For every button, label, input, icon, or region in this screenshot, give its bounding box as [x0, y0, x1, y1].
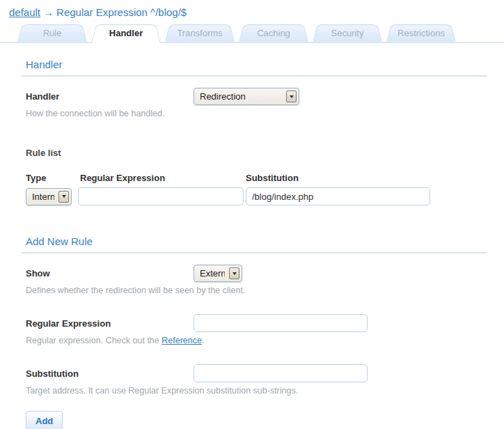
substitution-field-label: Substitution: [26, 368, 194, 379]
handler-section: Handler Handler Redirection How the conn…: [0, 58, 504, 205]
tab-label: Handler: [91, 24, 161, 42]
substitution-field-help: Target address. It can use Regular Expre…: [26, 386, 478, 396]
dropdown-arrow-icon[interactable]: [286, 91, 297, 102]
handler-field-row: Handler Redirection How the connection w…: [26, 88, 478, 118]
section-divider: [21, 252, 487, 254]
breadcrumb: default→Regular Expression ^/blog/$: [0, 0, 504, 18]
tab-rule[interactable]: Rule: [17, 24, 87, 42]
handler-field-label: Handler: [26, 91, 194, 102]
tab-handler[interactable]: Handler: [91, 24, 161, 42]
rule-type-select-value: Internal: [32, 192, 54, 202]
regex-field-help: Regular expression. Check out the Refere…: [26, 336, 478, 345]
dropdown-arrow-icon[interactable]: [58, 191, 69, 203]
regex-field-label: Regular Expression: [26, 318, 194, 329]
handler-select[interactable]: Redirection: [194, 88, 299, 105]
show-select-value: External: [200, 268, 225, 279]
breadcrumb-title: Regular Expression ^/blog/$: [56, 6, 187, 18]
tab-label: Caching: [239, 24, 308, 42]
tab-label: Restrictions: [386, 24, 456, 42]
section-heading-add-new-rule: Add New Rule: [26, 235, 504, 247]
rule-list-header: Type Regular Expression Substitution: [26, 173, 504, 183]
add-button[interactable]: Add: [26, 411, 63, 429]
breadcrumb-link-default[interactable]: default: [9, 6, 40, 18]
substitution-field-row: Substitution Target address. It can use …: [26, 364, 478, 396]
dropdown-arrow-icon[interactable]: [229, 267, 239, 279]
show-field-help: Defines whether the redirection will be …: [26, 286, 478, 295]
rule-regex-input[interactable]: [78, 187, 244, 205]
show-field-label: Show: [26, 268, 194, 279]
tab-bar: Rule Handler Transforms Caching Security…: [0, 24, 504, 43]
regex-input[interactable]: [194, 314, 368, 332]
tab-restrictions[interactable]: Restrictions: [386, 24, 456, 42]
rule-type-select[interactable]: Internal: [26, 188, 72, 205]
handler-field-help: How the connection will be handled.: [26, 109, 478, 118]
column-header-substitution: Substitution: [246, 173, 432, 183]
show-field-row: Show External Defines whether the redire…: [26, 265, 478, 295]
regex-field-row: Regular Expression Regular expression. C…: [26, 314, 478, 345]
tab-caching[interactable]: Caching: [239, 24, 308, 42]
rule-substitution-input[interactable]: [246, 187, 430, 205]
tab-label: Rule: [17, 24, 87, 42]
tab-label: Security: [313, 24, 382, 42]
handler-select-value: Redirection: [200, 91, 282, 102]
section-divider: [21, 75, 487, 77]
rule-list-table: Type Regular Expression Substitution Int…: [26, 173, 504, 205]
substitution-input[interactable]: [194, 364, 368, 382]
section-heading-handler: Handler: [26, 58, 504, 70]
rule-row: Internal: [26, 187, 504, 205]
show-select[interactable]: External: [194, 265, 242, 282]
tab-security[interactable]: Security: [313, 24, 382, 42]
reference-link[interactable]: Reference: [162, 336, 202, 345]
add-new-rule-section: Add New Rule Show External Defines wheth…: [0, 235, 504, 429]
rule-list-label: Rule list: [26, 148, 504, 158]
breadcrumb-arrow: →: [43, 6, 54, 18]
column-header-regular-expression: Regular Expression: [78, 173, 246, 183]
regex-help-suffix: .: [202, 336, 204, 345]
regex-help-text: Regular expression. Check out the: [26, 336, 162, 345]
tab-label: Transforms: [165, 24, 235, 42]
column-header-type: Type: [26, 173, 78, 183]
tab-transforms[interactable]: Transforms: [165, 24, 235, 42]
